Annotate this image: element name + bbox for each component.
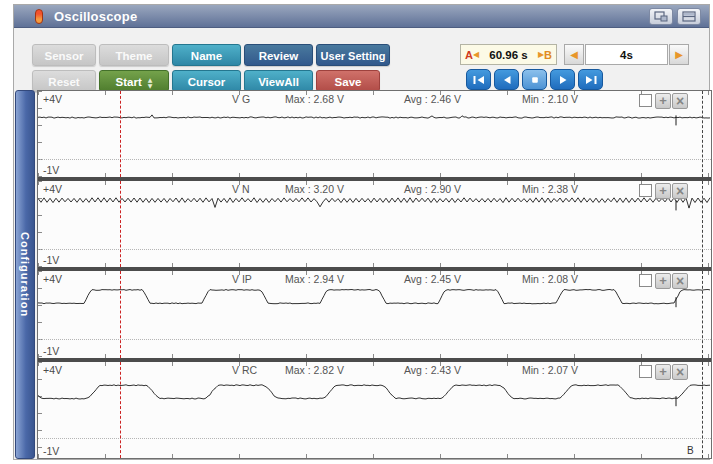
cursor-b-label-btn: B — [544, 49, 552, 61]
y-max-label: +4V — [43, 93, 62, 105]
skip-to-start-button[interactable] — [466, 69, 491, 90]
channel-close-button[interactable]: × — [672, 93, 688, 109]
waveform-trace — [38, 362, 711, 459]
x-axis-ticks — [38, 454, 711, 458]
save-button[interactable]: Save — [316, 70, 380, 92]
waveform-trace — [38, 91, 711, 177]
channel-panel-vn: +4V -1V V N Max : 3.20 V Avg : 2.90 V Mi… — [38, 177, 711, 267]
step-back-button[interactable] — [494, 69, 519, 90]
channel-max-readout: Max : 2.82 V — [285, 364, 344, 376]
channel-select-checkbox[interactable] — [639, 94, 652, 107]
channel-expand-button[interactable]: + — [655, 183, 671, 199]
cursor-button[interactable]: Cursor — [172, 70, 241, 92]
channel-max-readout: Max : 3.20 V — [285, 183, 344, 195]
user-setting-button[interactable]: User Setting — [316, 44, 390, 66]
channel-panel-vrc: +4V -1V V RC Max : 2.82 V Avg : 2.43 V M… — [38, 358, 711, 459]
play-icon — [556, 73, 570, 87]
channel-avg-readout: Avg : 2.45 V — [404, 273, 461, 285]
theme-button[interactable]: Theme — [99, 44, 169, 66]
cursor-b-line[interactable] — [702, 362, 703, 459]
channel-name: V IP — [232, 273, 252, 285]
review-button[interactable]: Review — [244, 44, 313, 66]
viewall-button[interactable]: ViewAll — [244, 70, 313, 92]
channel-panel-vg: +4V -1V V G Max : 2.68 V Avg : 2.46 V Mi… — [38, 91, 711, 177]
right-arrow-icon: ▶ — [675, 49, 683, 60]
time-window-increase-button[interactable]: ▶ — [669, 44, 689, 65]
start-spinner-icon[interactable]: ▲▼ — [148, 77, 153, 89]
skip-start-icon — [472, 73, 486, 87]
cursor-b-line[interactable] — [702, 181, 703, 267]
channel-min-readout: Min : 2.38 V — [522, 183, 578, 195]
configuration-tab[interactable]: Configuration — [15, 90, 35, 459]
tile-windows-button[interactable] — [677, 8, 701, 25]
cursor-a-label: A — [465, 49, 473, 61]
channel-expand-button[interactable]: + — [655, 273, 671, 289]
channel-close-button[interactable]: × — [672, 183, 688, 199]
oscilloscope-app: Oscilloscope Sensor Theme Name Revi — [0, 0, 713, 464]
channel-avg-readout: Avg : 2.46 V — [404, 93, 461, 105]
sensor-button[interactable]: Sensor — [32, 44, 96, 66]
channel-max-readout: Max : 2.68 V — [285, 93, 344, 105]
cursor-b-line[interactable] — [702, 271, 703, 357]
cursor-a-line[interactable] — [120, 362, 121, 459]
time-window-decrease-button[interactable]: ◀ — [564, 44, 584, 65]
stop-icon — [528, 73, 542, 87]
channel-name: V G — [232, 93, 250, 105]
channel-select-checkbox[interactable] — [639, 274, 652, 287]
cascade-windows-button[interactable] — [649, 8, 673, 25]
stop-button[interactable] — [522, 69, 547, 90]
channel-select-checkbox[interactable] — [639, 184, 652, 197]
app-icon — [35, 9, 43, 24]
title-bar: Oscilloscope — [14, 5, 709, 28]
channel-expand-button[interactable]: + — [655, 93, 671, 109]
window-title: Oscilloscope — [54, 9, 137, 24]
y-max-label: +4V — [43, 364, 62, 376]
channel-panel-vip: +4V -1V V IP Max : 2.94 V Avg : 2.45 V M… — [38, 267, 711, 357]
cursor-b-line[interactable] — [702, 91, 703, 177]
waveform-trace — [38, 181, 711, 267]
channel-select-checkbox[interactable] — [639, 365, 652, 378]
channel-expand-button[interactable]: + — [655, 364, 671, 380]
channel-name: V N — [232, 183, 250, 195]
skip-end-icon — [584, 73, 598, 87]
tile-windows-icon — [682, 11, 697, 23]
ab-range-readout: A◀ 60.96 s ▶B — [460, 44, 557, 65]
channel-close-button[interactable]: × — [672, 273, 688, 289]
scope-display: +4V -1V V G Max : 2.68 V Avg : 2.46 V Mi… — [37, 90, 712, 459]
left-arrow-icon: ◀ — [570, 49, 578, 60]
channel-avg-readout: Avg : 2.90 V — [404, 183, 461, 195]
start-button-label: Start — [116, 76, 142, 88]
channel-max-readout: Max : 2.94 V — [285, 273, 344, 285]
play-button[interactable] — [550, 69, 575, 90]
cursor-a-line[interactable] — [120, 181, 121, 267]
channel-min-readout: Min : 2.08 V — [522, 273, 578, 285]
channel-name: V RC — [232, 364, 257, 376]
channel-min-readout: Min : 2.07 V — [522, 364, 578, 376]
y-max-label: +4V — [43, 183, 62, 195]
channel-min-readout: Min : 2.10 V — [522, 93, 578, 105]
name-button[interactable]: Name — [172, 44, 241, 66]
channel-avg-readout: Avg : 2.43 V — [404, 364, 461, 376]
step-back-icon — [500, 73, 514, 87]
reset-button[interactable]: Reset — [32, 70, 96, 92]
cursor-a-line[interactable] — [120, 271, 121, 357]
y-max-label: +4V — [43, 273, 62, 285]
skip-to-end-button[interactable] — [578, 69, 603, 90]
cursor-a-line[interactable] — [120, 91, 121, 177]
channel-close-button[interactable]: × — [672, 364, 688, 380]
ab-range-value: 60.96 s — [479, 49, 538, 61]
start-button[interactable]: Start▲▼ — [99, 70, 169, 92]
cascade-windows-icon — [654, 11, 669, 23]
configuration-tab-label: Configuration — [19, 232, 31, 317]
time-window-value: 4s — [585, 44, 668, 65]
app-window: Oscilloscope Sensor Theme Name Revi — [13, 4, 710, 460]
waveform-trace — [38, 271, 711, 357]
